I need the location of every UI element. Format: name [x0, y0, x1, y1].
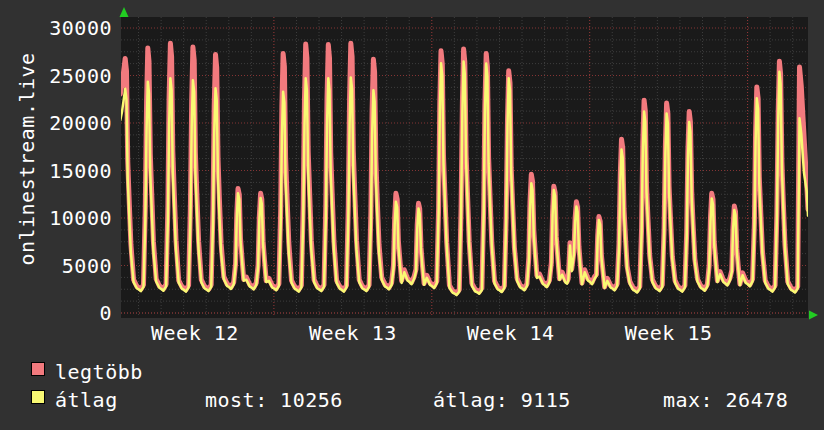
vertical-axis-title: onlinestream.live [15, 38, 39, 280]
x-week-label: Week 15 [599, 322, 739, 344]
stat-most-value: 10256 [280, 388, 343, 412]
stat-atlag-label: átlag: [433, 388, 508, 412]
up-arrow-icon [120, 7, 129, 17]
y-axis-label: 0 [12, 302, 112, 324]
stat-atlag: átlag:9115 [433, 389, 571, 411]
graph-canvas: 300002500020000150001000050000Week 12Wee… [0, 0, 824, 430]
x-week-label: Week 13 [283, 322, 423, 344]
stat-atlag-value: 9115 [521, 388, 571, 412]
legend-label-legtobb: legtöbb [55, 361, 143, 383]
right-arrow-icon [809, 311, 818, 320]
stat-most: most:10256 [205, 389, 343, 411]
legend-swatch-atlag [31, 390, 45, 404]
stat-max-value: 26478 [726, 388, 789, 412]
legend-swatch-legtobb [31, 362, 45, 376]
stat-most-label: most: [205, 388, 268, 412]
legend-label-atlag: átlag [55, 389, 118, 411]
y-axis-label: 30000 [12, 17, 112, 39]
x-week-label: Week 14 [441, 322, 581, 344]
x-week-label: Week 12 [125, 322, 265, 344]
stat-max: max:26478 [663, 389, 788, 411]
stat-max-label: max: [663, 388, 713, 412]
